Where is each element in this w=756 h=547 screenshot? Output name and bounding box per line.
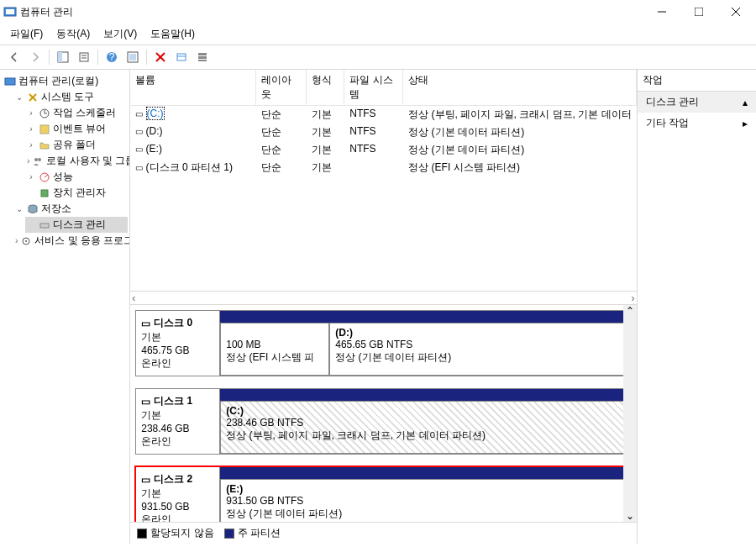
volume-body[interactable]: ▭ (C:)단순기본NTFS정상 (부팅, 페이지 파일, 크래시 덤프, 기본… (130, 106, 636, 291)
disk-info[interactable]: ▭ 디스크 0기본465.75 GB온라인 (136, 311, 220, 376)
col-status[interactable]: 상태 (403, 70, 636, 105)
tree-label: 장치 관리자 (53, 186, 106, 200)
device-icon (38, 187, 50, 199)
svg-point-35 (25, 240, 27, 242)
disk-partitions: (E:)931.50 GB NTFS정상 (기본 데이터 파티션) (220, 467, 630, 522)
disk-partitions: (C:)238.46 GB NTFS정상 (부팅, 페이지 파일, 크래시 덤프… (220, 389, 630, 454)
partition[interactable]: 100 MB정상 (EFI 시스템 피 (220, 323, 329, 376)
delete-button[interactable] (151, 48, 170, 66)
disk-row[interactable]: ▭ 디스크 2기본931.50 GB온라인(E:)931.50 GB NTFS정… (135, 466, 631, 522)
disk-row[interactable]: ▭ 디스크 1기본238.46 GB온라인(C:)238.46 GB NTFS정… (135, 388, 631, 455)
volume-list: 볼륨 레이아웃 형식 파일 시스템 상태 ▭ (C:)단순기본NTFS정상 (부… (130, 70, 636, 305)
svg-rect-20 (198, 56, 207, 59)
menu-view[interactable]: 보기(V) (98, 25, 142, 43)
expand-icon[interactable]: › (27, 156, 29, 166)
disk-icon (38, 218, 50, 231)
expand-icon[interactable]: › (27, 108, 35, 118)
tree-systools[interactable]: ⌄ 시스템 도구 (13, 89, 128, 105)
disk-row[interactable]: ▭ 디스크 0기본465.75 GB온라인 100 MB정상 (EFI 시스템 … (135, 310, 631, 376)
menu-help[interactable]: 도움말(H) (145, 25, 200, 43)
expand-icon[interactable]: ⌄ (15, 204, 24, 213)
collapse-icon[interactable]: ▴ (743, 97, 748, 108)
col-type[interactable]: 형식 (307, 70, 344, 105)
h-scrollbar[interactable]: ‹ › (130, 291, 636, 304)
menu-file[interactable]: 파일(F) (5, 25, 48, 43)
window-title: 컴퓨터 관리 (20, 5, 645, 19)
services-icon (20, 234, 32, 247)
tree-devmgr[interactable]: 장치 관리자 (25, 185, 128, 201)
partition[interactable]: (E:)931.50 GB NTFS정상 (기본 데이터 파티션) (220, 479, 630, 522)
forward-button[interactable] (26, 48, 45, 66)
nav-tree[interactable]: 컴퓨터 관리(로컬) ⌄ 시스템 도구 ›작업 스케줄러 ›이벤트 뷰어 ›공유… (0, 70, 130, 544)
scroll-right-icon[interactable]: › (632, 292, 635, 304)
v-scrollbar[interactable]: ⌃ ⌄ (623, 305, 637, 522)
volume-row[interactable]: ▭ (C:)단순기본NTFS정상 (부팅, 페이지 파일, 크래시 덤프, 기본… (130, 106, 636, 124)
legend-primary: 주 파티션 (224, 526, 281, 540)
scroll-up-icon[interactable]: ⌃ (626, 305, 634, 317)
back-button[interactable] (5, 48, 24, 66)
properties-button[interactable] (75, 48, 93, 66)
tree-services[interactable]: ›서비스 및 응용 프로그램 (13, 233, 128, 249)
tree-storage[interactable]: ⌄ 저장소 (13, 201, 128, 217)
swatch-black (137, 529, 147, 539)
svg-rect-14 (129, 54, 136, 60)
volume-row[interactable]: ▭ (D:)단순기본NTFS정상 (기본 데이터 파티션) (130, 124, 636, 141)
scroll-down-icon[interactable]: ⌄ (626, 510, 634, 522)
titlebar: 컴퓨터 관리 (0, 0, 756, 24)
tree-root[interactable]: 컴퓨터 관리(로컬) (2, 73, 128, 89)
storage-icon (26, 202, 39, 215)
actions-panel: 작업 디스크 관리 ▴ 기타 작업 ▸ (638, 70, 756, 544)
tree-eventviewer[interactable]: ›이벤트 뷰어 (25, 121, 128, 137)
close-button[interactable] (719, 2, 753, 22)
col-fs[interactable]: 파일 시스템 (344, 70, 403, 105)
partition-header-bar (220, 467, 630, 479)
disk-icon: ▭ (141, 396, 150, 408)
help-button[interactable]: ? (102, 48, 121, 66)
tools-icon (26, 91, 39, 103)
minimize-button[interactable] (645, 2, 679, 22)
users-icon (32, 155, 44, 167)
clock-icon (38, 107, 50, 119)
tree-label: 공유 폴더 (53, 138, 96, 152)
volume-row[interactable]: ▭ (E:)단순기본NTFS정상 (기본 데이터 파티션) (130, 141, 636, 159)
col-volume[interactable]: 볼륨 (130, 70, 256, 105)
expand-icon[interactable]: › (27, 172, 35, 181)
actions-other[interactable]: 기타 작업 ▸ (638, 113, 756, 134)
view-button[interactable] (54, 48, 72, 66)
volume-row[interactable]: ▭ (디스크 0 파티션 1)단순기본정상 (EFI 시스템 파티션) (130, 159, 636, 176)
tree-performance[interactable]: ›성능 (25, 169, 128, 185)
tree-label: 저장소 (41, 202, 71, 216)
actions-header: 작업 (638, 70, 756, 92)
actions-label: 디스크 관리 (646, 95, 699, 109)
expand-icon[interactable]: ⌄ (15, 92, 24, 102)
actions-diskmgmt[interactable]: 디스크 관리 ▴ (638, 92, 756, 113)
window-controls (645, 2, 753, 22)
col-layout[interactable]: 레이아웃 (256, 70, 307, 105)
tree-taskscheduler[interactable]: ›작업 스케줄러 (25, 105, 128, 121)
disk-graphical-panel[interactable]: ▭ 디스크 0기본465.75 GB온라인 100 MB정상 (EFI 시스템 … (130, 305, 636, 522)
scroll-left-icon[interactable]: ‹ (132, 292, 135, 304)
tree-label: 성능 (53, 170, 73, 184)
disk-info[interactable]: ▭ 디스크 1기본238.46 GB온라인 (136, 389, 220, 454)
tree-sharedfolders[interactable]: ›공유 폴더 (25, 137, 128, 153)
partition[interactable]: (C:)238.46 GB NTFS정상 (부팅, 페이지 파일, 크래시 덤프… (220, 401, 630, 454)
refresh-button[interactable] (123, 48, 142, 66)
svg-rect-19 (198, 53, 207, 55)
legend-label: 할당되지 않음 (150, 526, 213, 540)
settings-button[interactable] (172, 48, 191, 66)
tree-label: 작업 스케줄러 (53, 106, 116, 120)
partition[interactable]: (D:)465.65 GB NTFS정상 (기본 데이터 파티션) (329, 323, 630, 376)
expand-icon[interactable]: › (15, 236, 18, 245)
tree-label: 로컬 사용자 및 그룹 (46, 154, 130, 168)
maximize-button[interactable] (682, 2, 716, 22)
expand-icon[interactable]: › (27, 124, 35, 134)
expand-right-icon[interactable]: ▸ (743, 118, 748, 129)
drive-icon: ▭ (135, 127, 143, 136)
disk-info[interactable]: ▭ 디스크 2기본931.50 GB온라인 (136, 467, 220, 522)
svg-rect-7 (58, 52, 62, 62)
menu-action[interactable]: 동작(A) (51, 25, 95, 43)
list-button[interactable] (193, 48, 212, 66)
expand-icon[interactable]: › (27, 140, 35, 150)
tree-diskmgmt[interactable]: 디스크 관리 (25, 217, 128, 233)
tree-usersgroups[interactable]: ›로컬 사용자 및 그룹 (25, 153, 128, 169)
